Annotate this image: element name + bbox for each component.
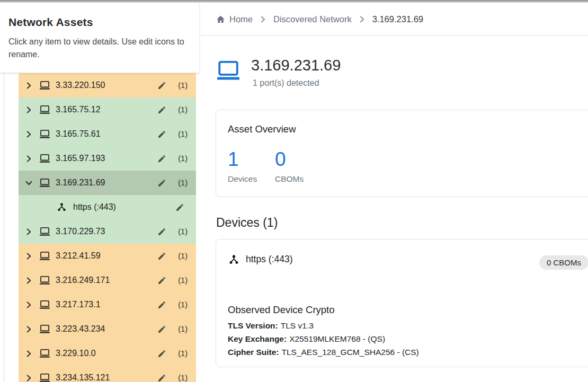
crypto-details: TLS Version:TLS v1.3 Key Exchange:X25519… (228, 319, 419, 359)
chevron-right-icon[interactable] (26, 374, 32, 381)
chevron-right-icon[interactable] (26, 301, 32, 308)
device-header-row[interactable]: https (:443) (229, 254, 293, 265)
edit-icon[interactable] (157, 81, 166, 90)
stat-devices-value: 1 (228, 149, 275, 169)
tree-item-count: (1) (174, 374, 188, 382)
breadcrumb-home-label: Home (229, 14, 253, 24)
laptop-icon (39, 300, 51, 310)
tree-item-count: (1) (174, 300, 188, 309)
laptop-icon (39, 276, 51, 286)
asset-tree: 3.33.220.150(1)3.165.75.12(1)3.165.75.61… (0, 73, 196, 382)
tree-item-label: 3.217.173.1 (56, 300, 101, 309)
laptop-icon (39, 81, 51, 91)
tree-item-host[interactable]: 3.165.97.193(1) (19, 146, 196, 171)
stat-cboms: 0 CBOMs (275, 149, 322, 184)
device-card: https (:443) 0 CBOMs Observed Device Cry… (216, 239, 588, 367)
tree-item-count: (1) (174, 325, 188, 333)
chevron-right-icon[interactable] (26, 155, 32, 162)
laptop-icon (216, 60, 240, 81)
tree-item-host[interactable]: 3.234.135.121(1) (19, 366, 196, 382)
tree-item-host[interactable]: 3.165.75.61(1) (19, 122, 196, 146)
crypto-value: TLS_AES_128_GCM_SHA256 - (CS) (281, 348, 418, 357)
stat-devices-label: Devices (228, 174, 275, 184)
tree-item-host[interactable]: 3.169.231.69(1) (19, 171, 196, 195)
tree-item-host[interactable]: 3.223.43.234(1) (19, 317, 196, 341)
stat-devices: 1 Devices (228, 149, 275, 184)
tree-item-label: 3.165.75.61 (56, 129, 101, 139)
tree-item-label: 3.212.41.59 (56, 251, 101, 261)
breadcrumb-discovered-network[interactable]: Discovered Network (273, 14, 352, 24)
tree-item-label: 3.216.249.171 (56, 276, 110, 285)
tree-item-host[interactable]: 3.216.249.171(1) (19, 268, 196, 292)
chevron-right-icon[interactable] (26, 130, 32, 138)
tree-item-count: (1) (174, 81, 188, 90)
tree-item-host[interactable]: 3.165.75.12(1) (19, 97, 196, 122)
tree-item-label: 3.229.10.0 (56, 349, 96, 358)
tree-item-count: (1) (174, 227, 188, 236)
tree-item-count: (1) (174, 154, 188, 163)
laptop-icon (39, 251, 51, 261)
crypto-value: X25519MLKEM768 - (QS) (289, 334, 385, 343)
chevron-right-icon[interactable] (26, 82, 32, 89)
home-icon (216, 15, 225, 24)
edit-icon[interactable] (157, 349, 166, 358)
chevron-right-icon[interactable] (26, 277, 32, 284)
crypto-label: TLS Version: (228, 321, 278, 330)
tree-item-label: 3.170.229.73 (56, 227, 105, 236)
page-title: 3.169.231.69 (251, 57, 341, 74)
edit-icon[interactable] (157, 179, 166, 188)
edit-icon[interactable] (157, 154, 166, 163)
chevron-right-icon[interactable] (26, 325, 32, 333)
crypto-label: Key Exchange: (228, 334, 287, 343)
laptop-icon (39, 373, 51, 382)
breadcrumb-divider (200, 35, 588, 35)
breadcrumb-home[interactable]: Home (216, 14, 253, 24)
laptop-icon (39, 324, 51, 334)
tree-item-label: 3.169.231.69 (56, 178, 105, 188)
edit-icon[interactable] (157, 276, 166, 285)
tree-item-label: 3.33.220.150 (56, 81, 105, 90)
chevron-right-icon[interactable] (26, 106, 32, 113)
edit-icon[interactable] (175, 203, 184, 212)
crypto-value: TLS v1.3 (281, 321, 314, 330)
edit-icon[interactable] (157, 300, 166, 309)
device-name: https (:443) (246, 254, 293, 265)
tree-item-count: (1) (174, 130, 188, 138)
edit-icon[interactable] (157, 325, 166, 334)
tree-item-label: 3.223.43.234 (56, 324, 105, 334)
edit-icon[interactable] (157, 130, 166, 139)
chevron-right-icon[interactable] (26, 252, 32, 260)
edit-icon[interactable] (157, 252, 166, 261)
laptop-icon (39, 129, 51, 139)
laptop-icon (39, 349, 51, 359)
tree-item-host[interactable]: 3.217.173.1(1) (19, 292, 196, 317)
edit-icon[interactable] (157, 374, 166, 382)
edit-icon[interactable] (157, 105, 166, 114)
chevron-separator-icon (360, 16, 364, 23)
edit-icon[interactable] (157, 227, 166, 236)
tree-item-label: 3.165.75.12 (56, 105, 101, 114)
chevron-right-icon[interactable] (26, 350, 32, 357)
crypto-line-cipher-suite: Cipher Suite:TLS_AES_128_GCM_SHA256 - (C… (228, 345, 419, 359)
tree-item-host[interactable]: 3.170.229.73(1) (19, 219, 196, 244)
laptop-icon (39, 178, 51, 188)
tree-item-host[interactable]: 3.212.41.59(1) (19, 244, 196, 268)
chevron-down-icon[interactable] (26, 179, 32, 186)
tree-item-count: (1) (174, 349, 188, 358)
crypto-line-key-exchange: Key Exchange:X25519MLKEM768 - (QS) (228, 332, 419, 345)
asset-overview-heading: Asset Overview (228, 123, 588, 135)
tree-item-service[interactable]: https (:443) (19, 195, 196, 219)
tree-item-host[interactable]: 3.229.10.0(1) (19, 341, 196, 366)
chevron-right-icon[interactable] (26, 228, 32, 235)
laptop-icon (39, 227, 51, 237)
stat-cboms-value: 0 (275, 149, 322, 169)
tree-item-label: https (:443) (73, 202, 116, 212)
breadcrumb: Home Discovered Network 3.169.231.69 (216, 14, 423, 24)
tree-item-count: (1) (174, 179, 188, 187)
tree-item-host[interactable]: 3.33.220.150(1) (19, 73, 196, 97)
chevron-separator-icon (261, 16, 265, 23)
laptop-icon (39, 105, 51, 115)
stat-cboms-label: CBOMs (275, 174, 322, 184)
tree-item-count: (1) (174, 252, 188, 260)
tree-item-count: (1) (174, 276, 188, 285)
